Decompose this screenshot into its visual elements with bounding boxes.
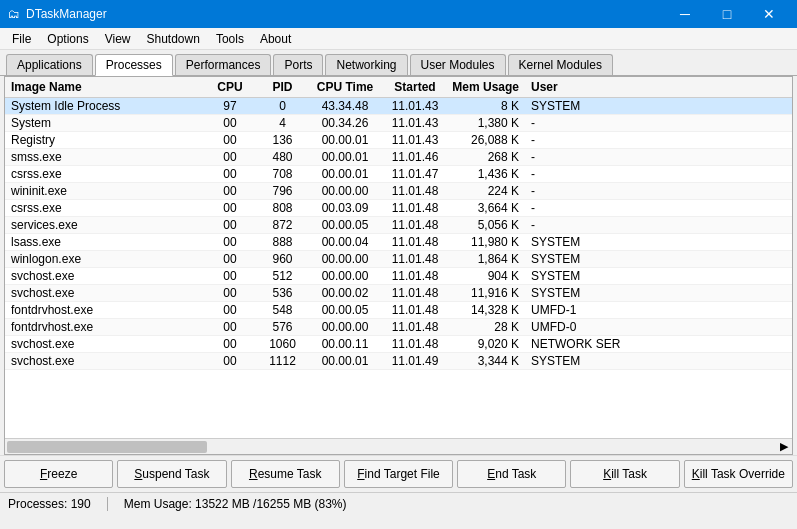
table-row[interactable]: winlogon.exe0096000.00.0011.01.481,864 K… bbox=[5, 251, 792, 268]
app-title: DTaskManager bbox=[26, 7, 107, 21]
cell-memuse: 26,088 K bbox=[450, 133, 525, 147]
table-row[interactable]: csrss.exe0080800.03.0911.01.483,664 K- bbox=[5, 200, 792, 217]
table-row[interactable]: svchost.exe00111200.00.0111.01.493,344 K… bbox=[5, 353, 792, 370]
status-separator bbox=[107, 497, 108, 511]
header-image-name[interactable]: Image Name bbox=[5, 80, 205, 94]
cell-memuse: 268 K bbox=[450, 150, 525, 164]
table-row[interactable]: fontdrvhost.exe0054800.00.0511.01.4814,3… bbox=[5, 302, 792, 319]
cell-memuse: 5,056 K bbox=[450, 218, 525, 232]
cell-name: System bbox=[5, 116, 205, 130]
tab-ports[interactable]: Ports bbox=[273, 54, 323, 75]
cell-started: 11.01.43 bbox=[380, 133, 450, 147]
cell-pid: 536 bbox=[255, 286, 310, 300]
cell-user: - bbox=[525, 167, 645, 181]
close-button[interactable]: ✕ bbox=[749, 0, 789, 28]
table-row[interactable]: svchost.exe0053600.00.0211.01.4811,916 K… bbox=[5, 285, 792, 302]
header-pid[interactable]: PID bbox=[255, 80, 310, 94]
cell-cputime: 00.00.00 bbox=[310, 252, 380, 266]
cell-cpu: 00 bbox=[205, 320, 255, 334]
cell-pid: 872 bbox=[255, 218, 310, 232]
cell-memuse: 8 K bbox=[450, 99, 525, 113]
tab-networking[interactable]: Networking bbox=[325, 54, 407, 75]
cell-pid: 960 bbox=[255, 252, 310, 266]
cell-user: - bbox=[525, 184, 645, 198]
table-row[interactable]: smss.exe0048000.00.0111.01.46268 K- bbox=[5, 149, 792, 166]
cell-memuse: 3,344 K bbox=[450, 354, 525, 368]
cell-started: 11.01.49 bbox=[380, 354, 450, 368]
status-bar: Processes: 190 Mem Usage: 13522 MB /1625… bbox=[0, 492, 797, 514]
cell-user: SYSTEM bbox=[525, 269, 645, 283]
menu-item-options[interactable]: Options bbox=[39, 28, 96, 50]
cell-name: fontdrvhost.exe bbox=[5, 320, 205, 334]
mem-usage: Mem Usage: 13522 MB /16255 MB (83%) bbox=[124, 497, 347, 511]
table-header: Image NameCPUPIDCPU TimeStartedMem Usage… bbox=[5, 77, 792, 98]
tab-user-modules[interactable]: User Modules bbox=[410, 54, 506, 75]
cell-started: 11.01.48 bbox=[380, 320, 450, 334]
btn-end-task[interactable]: End Task bbox=[457, 460, 566, 488]
button-bar: FreezeSuspend TaskResume TaskFind Target… bbox=[0, 455, 797, 492]
cell-cputime: 00.00.01 bbox=[310, 354, 380, 368]
cell-cputime: 00.00.05 bbox=[310, 303, 380, 317]
table-row[interactable]: Registry0013600.00.0111.01.4326,088 K- bbox=[5, 132, 792, 149]
tab-processes[interactable]: Processes bbox=[95, 54, 173, 76]
table-row[interactable]: lsass.exe0088800.00.0411.01.4811,980 KSY… bbox=[5, 234, 792, 251]
header-user[interactable]: User bbox=[525, 80, 645, 94]
app-icon: 🗂 bbox=[8, 7, 20, 21]
menu-item-about[interactable]: About bbox=[252, 28, 299, 50]
tab-applications[interactable]: Applications bbox=[6, 54, 93, 75]
cell-user: SYSTEM bbox=[525, 252, 645, 266]
cell-name: csrss.exe bbox=[5, 167, 205, 181]
cell-user: - bbox=[525, 201, 645, 215]
hscroll-right-arrow[interactable]: ▶ bbox=[780, 440, 792, 453]
cell-user: SYSTEM bbox=[525, 99, 645, 113]
tab-kernel-modules[interactable]: Kernel Modules bbox=[508, 54, 613, 75]
horizontal-scrollbar[interactable]: ▶ bbox=[5, 438, 792, 454]
table-body[interactable]: System Idle Process97043.34.4811.01.438 … bbox=[5, 98, 792, 438]
table-row[interactable]: System Idle Process97043.34.4811.01.438 … bbox=[5, 98, 792, 115]
cell-started: 11.01.47 bbox=[380, 167, 450, 181]
cell-memuse: 28 K bbox=[450, 320, 525, 334]
tab-performances[interactable]: Performances bbox=[175, 54, 272, 75]
cell-name: Registry bbox=[5, 133, 205, 147]
header-started[interactable]: Started bbox=[380, 80, 450, 94]
menu-item-tools[interactable]: Tools bbox=[208, 28, 252, 50]
menu-item-shutdown[interactable]: Shutdown bbox=[139, 28, 208, 50]
cell-cpu: 00 bbox=[205, 184, 255, 198]
btn-kill-task-override[interactable]: Kill Task Override bbox=[684, 460, 793, 488]
cell-cputime: 00.00.02 bbox=[310, 286, 380, 300]
cell-name: System Idle Process bbox=[5, 99, 205, 113]
table-row[interactable]: svchost.exe0051200.00.0011.01.48904 KSYS… bbox=[5, 268, 792, 285]
header-mem-usage[interactable]: Mem Usage bbox=[450, 80, 525, 94]
cell-pid: 0 bbox=[255, 99, 310, 113]
table-row[interactable]: services.exe0087200.00.0511.01.485,056 K… bbox=[5, 217, 792, 234]
hscroll-thumb[interactable] bbox=[7, 441, 207, 453]
minimize-button[interactable]: ─ bbox=[665, 0, 705, 28]
menu-item-file[interactable]: File bbox=[4, 28, 39, 50]
btn-kill-task[interactable]: Kill Task bbox=[570, 460, 679, 488]
cell-started: 11.01.48 bbox=[380, 286, 450, 300]
cell-cputime: 00.00.01 bbox=[310, 150, 380, 164]
table-row[interactable]: wininit.exe0079600.00.0011.01.48224 K- bbox=[5, 183, 792, 200]
menu-item-view[interactable]: View bbox=[97, 28, 139, 50]
header-cpu[interactable]: CPU bbox=[205, 80, 255, 94]
btn-resume-task[interactable]: Resume Task bbox=[231, 460, 340, 488]
cell-user: SYSTEM bbox=[525, 286, 645, 300]
maximize-button[interactable]: □ bbox=[707, 0, 747, 28]
cell-pid: 888 bbox=[255, 235, 310, 249]
table-row[interactable]: svchost.exe00106000.00.1111.01.489,020 K… bbox=[5, 336, 792, 353]
cell-name: svchost.exe bbox=[5, 286, 205, 300]
btn-suspend-task[interactable]: Suspend Task bbox=[117, 460, 226, 488]
btn-find-target-file[interactable]: Find Target File bbox=[344, 460, 453, 488]
table-row[interactable]: System00400.34.2611.01.431,380 K- bbox=[5, 115, 792, 132]
cell-user: - bbox=[525, 116, 645, 130]
cell-cputime: 00.00.01 bbox=[310, 133, 380, 147]
table-row[interactable]: csrss.exe0070800.00.0111.01.471,436 K- bbox=[5, 166, 792, 183]
cell-name: svchost.exe bbox=[5, 354, 205, 368]
cell-started: 11.01.48 bbox=[380, 269, 450, 283]
header-cpu-time[interactable]: CPU Time bbox=[310, 80, 380, 94]
cell-memuse: 224 K bbox=[450, 184, 525, 198]
cell-name: wininit.exe bbox=[5, 184, 205, 198]
table-row[interactable]: fontdrvhost.exe0057600.00.0011.01.4828 K… bbox=[5, 319, 792, 336]
cell-name: svchost.exe bbox=[5, 337, 205, 351]
btn-freeze[interactable]: Freeze bbox=[4, 460, 113, 488]
